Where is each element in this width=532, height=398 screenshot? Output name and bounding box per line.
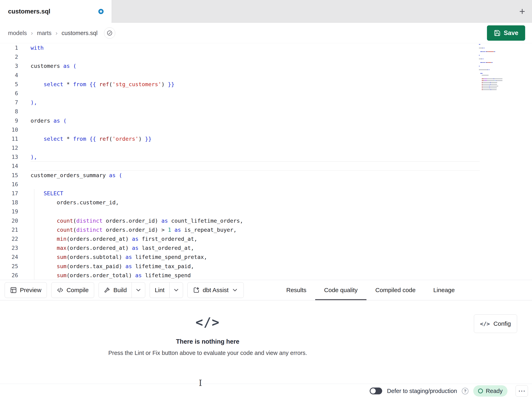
code-row[interactable]: 23 max(orders.ordered_at) as last_ordere…	[0, 243, 532, 252]
code-line[interactable]	[31, 89, 480, 98]
code-row[interactable]: 26 sum(orders.order_total) as lifetime_s…	[0, 271, 532, 280]
code-row[interactable]: 15customer_orders_summary as (	[0, 171, 532, 180]
breadcrumb-separator: ›	[56, 30, 57, 36]
code-row[interactable]: 24 sum(orders.subtotal) as lifetime_spen…	[0, 252, 532, 261]
code-line[interactable]	[31, 52, 480, 61]
chevron-down-icon	[135, 287, 142, 294]
code-row[interactable]: 18 orders.customer_id,	[0, 198, 532, 207]
code-line[interactable]	[31, 125, 480, 134]
code-editor[interactable]: 1with23customers as (45 select * from {{…	[0, 43, 532, 280]
tab-compiled-code[interactable]: Compiled code	[367, 280, 424, 300]
code-row[interactable]: 22 min(orders.ordered_at) as first_order…	[0, 234, 532, 243]
code-line[interactable]: ),	[31, 98, 480, 107]
code-row[interactable]: 14	[0, 162, 532, 170]
minimap[interactable]	[479, 44, 509, 91]
overflow-menu-button[interactable]: ⋯	[515, 385, 528, 397]
code-line[interactable]: customer_orders_summary as (	[31, 171, 480, 180]
compile-button[interactable]: Compile	[51, 282, 94, 298]
breadcrumb-item-marts[interactable]: marts	[37, 30, 52, 36]
code-row[interactable]: 20 count(distinct orders.order_id) as co…	[0, 216, 532, 225]
tab-lineage[interactable]: Lineage	[424, 280, 464, 300]
code-row[interactable]: 8	[0, 107, 532, 116]
minimap-line	[479, 51, 509, 52]
dbt-assist-button[interactable]: dbt Assist	[187, 282, 244, 298]
code-line[interactable]	[31, 162, 480, 170]
code-row[interactable]: 9orders as (	[0, 116, 532, 125]
code-row[interactable]: 6	[0, 89, 532, 98]
minimap-line	[479, 64, 509, 65]
code-line[interactable]: count(distinct orders.order_id) as count…	[31, 216, 480, 225]
code-line[interactable]: orders.customer_id,	[31, 198, 480, 207]
empty-state: </> There is nothing here Press the Lint…	[0, 315, 415, 356]
code-row[interactable]: 5 select * from {{ ref('stg_customers') …	[0, 80, 532, 89]
code-row[interactable]: 16	[0, 180, 532, 189]
code-row[interactable]: 7),	[0, 98, 532, 107]
code-line[interactable]: max(orders.ordered_at) as last_ordered_a…	[31, 243, 480, 252]
code-line[interactable]	[31, 143, 480, 152]
line-number: 24	[0, 252, 31, 261]
new-tab-button[interactable]: +	[519, 6, 525, 16]
breadcrumb-item-models[interactable]: models	[8, 30, 27, 36]
chevron-down-icon	[232, 287, 238, 294]
code-row[interactable]: 21 count(distinct orders.order_id) > 1 a…	[0, 225, 532, 234]
code-line[interactable]: ),	[31, 152, 480, 162]
code-line[interactable]: select * from {{ ref('stg_customers') }}	[31, 80, 480, 89]
tab-results[interactable]: Results	[277, 280, 315, 300]
breadcrumb-item-file[interactable]: customers.sql	[62, 30, 98, 36]
line-number: 7	[0, 98, 31, 107]
lint-dropdown-button[interactable]	[169, 282, 183, 298]
line-number: 25	[0, 262, 31, 271]
code-row[interactable]: 3customers as (	[0, 61, 532, 71]
sparkle-box-icon	[193, 287, 200, 294]
build-label: Build	[114, 287, 127, 294]
code-row[interactable]: 4	[0, 71, 532, 80]
code-line[interactable]: count(distinct orders.order_id) > 1 as i…	[31, 225, 480, 234]
code-icon: </>	[480, 321, 490, 327]
line-number: 9	[0, 116, 31, 125]
code-row[interactable]: 10	[0, 125, 532, 134]
build-dropdown-button[interactable]	[132, 282, 145, 298]
code-line[interactable]	[31, 207, 480, 216]
line-number: 2	[0, 52, 31, 61]
ready-status-icon	[478, 389, 483, 393]
code-row[interactable]: 1with	[0, 43, 532, 52]
build-button[interactable]: Build	[99, 282, 132, 298]
hammer-icon	[104, 287, 110, 294]
code-row[interactable]: 19	[0, 207, 532, 216]
code-row[interactable]: 17 SELECT	[0, 189, 532, 198]
lint-split-button: Lint	[150, 282, 183, 298]
code-line[interactable]: SELECT	[31, 189, 480, 198]
code-line[interactable]: orders as (	[31, 116, 480, 125]
code-line[interactable]: select * from {{ ref('orders') }}	[31, 134, 480, 143]
tab-code-quality[interactable]: Code quality	[315, 280, 367, 300]
code-row[interactable]: 25 sum(orders.tax_paid) as lifetime_tax_…	[0, 262, 532, 271]
code-row[interactable]: 13),	[0, 152, 532, 162]
code-row[interactable]: 12	[0, 143, 532, 152]
defer-toggle[interactable]	[370, 388, 382, 394]
status-bar: Defer to staging/production ? Ready ⋯	[0, 384, 532, 398]
save-button[interactable]: Save	[487, 25, 525, 41]
code-line[interactable]	[31, 180, 480, 189]
code-line[interactable]: sum(orders.order_total) as lifetime_spen…	[31, 271, 480, 280]
code-row[interactable]: 11 select * from {{ ref('orders') }}	[0, 134, 532, 143]
help-icon[interactable]: ?	[462, 388, 469, 394]
model-actions-button[interactable]	[104, 27, 115, 39]
code-lines: 1with23customers as (45 select * from {{…	[0, 43, 532, 280]
code-icon	[57, 287, 63, 294]
code-line[interactable]: sum(orders.tax_paid) as lifetime_tax_pai…	[31, 262, 480, 271]
code-row[interactable]: 2	[0, 52, 532, 61]
code-line[interactable]	[31, 107, 480, 116]
config-button[interactable]: </> Config	[474, 314, 517, 333]
code-line[interactable]: with	[31, 43, 480, 52]
code-line[interactable]: customers as (	[31, 61, 480, 71]
lint-button[interactable]: Lint	[150, 282, 169, 298]
minimap-line	[479, 88, 509, 88]
code-line[interactable]: min(orders.ordered_at) as first_ordered_…	[31, 234, 480, 243]
preview-button[interactable]: Preview	[5, 282, 47, 298]
code-line[interactable]: sum(orders.subtotal) as lifetime_spend_p…	[31, 252, 480, 261]
code-line[interactable]	[31, 71, 480, 80]
tab-bar: customers.sql +	[0, 0, 532, 23]
code-icon: </>	[0, 315, 415, 330]
lint-label: Lint	[155, 287, 164, 294]
tab-customers-sql[interactable]: customers.sql	[0, 0, 112, 23]
